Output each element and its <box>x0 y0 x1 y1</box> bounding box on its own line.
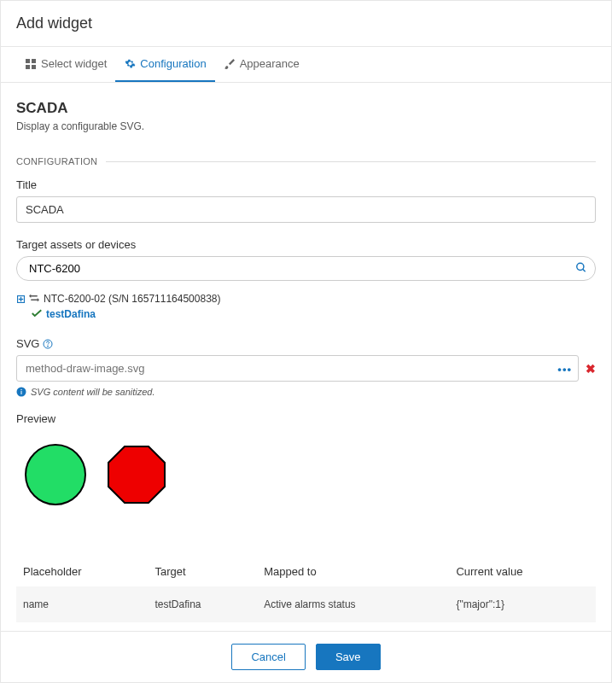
brush-icon <box>224 58 236 70</box>
target-search-input[interactable] <box>16 256 596 281</box>
asset-tree: NTC-6200-02 (S/N 165711164500838) testDa… <box>16 291 596 322</box>
tree-child-label: testDafina <box>46 308 96 320</box>
svg-point-10 <box>48 346 49 347</box>
svg-rect-3 <box>32 65 36 69</box>
swap-icon <box>29 293 39 305</box>
svg-marker-14 <box>108 446 165 503</box>
tree-child-row[interactable]: testDafina <box>16 306 596 322</box>
preview-label: Preview <box>16 412 596 425</box>
tab-appearance[interactable]: Appearance <box>215 47 308 82</box>
remove-svg-button[interactable]: ✖ <box>586 362 596 376</box>
expand-icon[interactable] <box>16 295 25 303</box>
title-input[interactable] <box>16 196 596 223</box>
svg-rect-2 <box>26 65 30 69</box>
svg-info-text: SVG content will be sanitized. <box>31 387 155 397</box>
cell-target: testDafina <box>148 586 257 622</box>
tab-configuration[interactable]: Configuration <box>115 47 214 82</box>
save-button[interactable]: Save <box>316 644 381 670</box>
tab-label: Select widget <box>41 57 107 70</box>
table-row[interactable]: name testDafina Active alarms status {"m… <box>16 586 596 622</box>
svg-label: SVG <box>16 337 39 350</box>
cell-current: {"major":1} <box>449 586 596 622</box>
preview-circle-shape <box>25 444 86 505</box>
modal-header: Add widget <box>1 1 611 47</box>
grid-icon <box>25 58 37 70</box>
cell-mapped: Active alarms status <box>257 586 449 622</box>
col-target: Target <box>148 557 257 586</box>
col-current: Current value <box>449 557 596 586</box>
target-label: Target assets or devices <box>16 238 596 251</box>
svg-rect-1 <box>32 59 36 63</box>
search-icon[interactable] <box>575 261 587 276</box>
tabs: Select widget Configuration Appearance <box>1 47 611 83</box>
preview-octagon-shape <box>107 445 166 505</box>
section-configuration: CONFIGURATION <box>16 156 596 166</box>
modal-title: Add widget <box>16 15 596 32</box>
tab-select-widget[interactable]: Select widget <box>16 47 115 82</box>
svg-rect-12 <box>21 391 22 394</box>
info-icon <box>16 387 26 397</box>
svg-point-13 <box>20 389 21 390</box>
tree-parent-row[interactable]: NTC-6200-02 (S/N 165711164500838) <box>16 291 596 306</box>
tree-parent-label: NTC-6200-02 (S/N 165711164500838) <box>44 293 220 305</box>
cell-placeholder: name <box>16 586 148 622</box>
svg-file-input[interactable] <box>16 355 579 382</box>
tab-label: Appearance <box>240 57 300 70</box>
widget-description: Display a configurable SVG. <box>16 120 596 132</box>
svg-rect-0 <box>26 59 30 63</box>
divider <box>106 161 596 162</box>
check-icon <box>32 308 42 320</box>
svg-point-4 <box>577 263 584 270</box>
col-mapped: Mapped to <box>257 557 449 586</box>
modal-footer: Cancel Save <box>1 631 611 682</box>
help-icon[interactable] <box>43 339 53 349</box>
cancel-button[interactable]: Cancel <box>231 644 305 670</box>
ellipsis-icon[interactable]: ••• <box>557 362 572 375</box>
preview-canvas <box>16 430 596 531</box>
col-placeholder: Placeholder <box>16 557 148 586</box>
gear-icon <box>124 58 136 70</box>
tab-label: Configuration <box>140 57 206 70</box>
mapping-table: Placeholder Target Mapped to Current val… <box>16 557 596 622</box>
title-label: Title <box>16 178 596 191</box>
widget-name: SCADA <box>16 100 596 117</box>
svg-line-5 <box>583 269 586 271</box>
